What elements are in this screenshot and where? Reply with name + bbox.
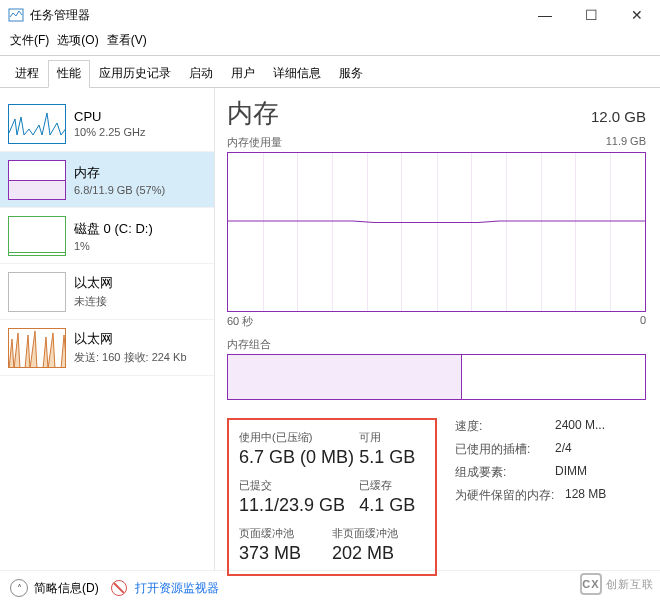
chart-title: 内存使用量 [227, 135, 282, 150]
spec-speed-k: 速度: [455, 418, 555, 435]
open-resmon-link[interactable]: 打开资源监视器 [135, 580, 219, 597]
tab-app-history[interactable]: 应用历史记录 [90, 60, 180, 88]
sidebar: CPU 10% 2.25 GHz 内存 6.8/11.9 GB (57%) 磁盘… [0, 88, 215, 570]
spec-slots-v: 2/4 [555, 441, 572, 458]
sidebar-eth0-title: 以太网 [74, 274, 113, 292]
memory-specs: 速度:2400 M... 已使用的插槽:2/4 组成要素:DIMM 为硬件保留的… [455, 418, 606, 576]
tab-strip: 进程 性能 应用历史记录 启动 用户 详细信息 服务 [0, 55, 660, 88]
sidebar-mem-title: 内存 [74, 164, 165, 182]
stat-cached-value: 4.1 GB [359, 495, 425, 516]
menu-view[interactable]: 查看(V) [105, 30, 149, 51]
spec-hw-v: 128 MB [565, 487, 606, 504]
sidebar-disk-title: 磁盘 0 (C: D:) [74, 220, 153, 238]
sidebar-item-disk[interactable]: 磁盘 0 (C: D:) 1% [0, 208, 214, 264]
sidebar-disk-sub: 1% [74, 240, 153, 252]
ethernet0-thumb [8, 272, 66, 312]
content: 内存 12.0 GB 内存使用量 11.9 GB 60 秒 0 [215, 88, 660, 570]
menubar: 文件(F) 选项(O) 查看(V) [0, 30, 660, 55]
watermark-text: 创新互联 [606, 577, 654, 592]
memory-stats-box: 使用中(已压缩) 6.7 GB (0 MB) 可用 5.1 GB 已提交 11.… [227, 418, 437, 576]
memory-capacity: 12.0 GB [591, 108, 646, 125]
spec-form-k: 组成要素: [455, 464, 555, 481]
tab-details[interactable]: 详细信息 [264, 60, 330, 88]
tab-services[interactable]: 服务 [330, 60, 372, 88]
taskmgr-icon [8, 7, 24, 23]
watermark: CX 创新互联 [580, 573, 654, 595]
stat-cached-label: 已缓存 [359, 478, 425, 493]
memory-thumb [8, 160, 66, 200]
stat-paged-value: 373 MB [239, 543, 332, 564]
stat-in-use-label: 使用中(已压缩) [239, 430, 359, 445]
spec-speed-v: 2400 M... [555, 418, 605, 435]
stat-committed-label: 已提交 [239, 478, 359, 493]
stat-nonpaged-value: 202 MB [332, 543, 425, 564]
memory-composition-chart [227, 354, 646, 400]
maximize-button[interactable]: ☐ [568, 0, 614, 30]
main: CPU 10% 2.25 GHz 内存 6.8/11.9 GB (57%) 磁盘… [0, 88, 660, 570]
menu-options[interactable]: 选项(O) [55, 30, 100, 51]
chart-x-left: 60 秒 [227, 314, 253, 329]
tab-performance[interactable]: 性能 [48, 60, 90, 88]
sidebar-item-ethernet-0[interactable]: 以太网 未连接 [0, 264, 214, 320]
window-title: 任务管理器 [30, 7, 90, 24]
stat-paged-label: 页面缓冲池 [239, 526, 332, 541]
sidebar-eth1-sub: 发送: 160 接收: 224 Kb [74, 350, 187, 365]
chart-ymax: 11.9 GB [606, 135, 646, 150]
composition-label: 内存组合 [227, 337, 646, 352]
sidebar-cpu-sub: 10% 2.25 GHz [74, 126, 146, 138]
sidebar-eth0-sub: 未连接 [74, 294, 113, 309]
menu-file[interactable]: 文件(F) [8, 30, 51, 51]
close-button[interactable]: ✕ [614, 0, 660, 30]
cpu-thumb [8, 104, 66, 144]
spec-hw-k: 为硬件保留的内存: [455, 487, 565, 504]
page-title: 内存 [227, 96, 279, 131]
sidebar-item-cpu[interactable]: CPU 10% 2.25 GHz [0, 96, 214, 152]
disk-thumb [8, 216, 66, 256]
stat-in-use-value: 6.7 GB (0 MB) [239, 447, 359, 468]
stat-available-value: 5.1 GB [359, 447, 425, 468]
fewer-details-link[interactable]: 简略信息(D) [34, 580, 99, 597]
spec-form-v: DIMM [555, 464, 587, 481]
memory-usage-chart [227, 152, 646, 312]
stat-nonpaged-label: 非页面缓冲池 [332, 526, 425, 541]
sidebar-cpu-title: CPU [74, 109, 146, 124]
titlebar: 任务管理器 — ☐ ✕ [0, 0, 660, 30]
stat-committed-value: 11.1/23.9 GB [239, 495, 359, 516]
tab-users[interactable]: 用户 [222, 60, 264, 88]
sidebar-mem-sub: 6.8/11.9 GB (57%) [74, 184, 165, 196]
sidebar-item-ethernet-1[interactable]: 以太网 发送: 160 接收: 224 Kb [0, 320, 214, 376]
spec-slots-k: 已使用的插槽: [455, 441, 555, 458]
resmon-icon [111, 580, 127, 596]
sidebar-eth1-title: 以太网 [74, 330, 187, 348]
tab-startup[interactable]: 启动 [180, 60, 222, 88]
watermark-logo: CX [580, 573, 602, 595]
ethernet1-thumb [8, 328, 66, 368]
tab-processes[interactable]: 进程 [6, 60, 48, 88]
sidebar-item-memory[interactable]: 内存 6.8/11.9 GB (57%) [0, 152, 214, 208]
chevron-up-icon[interactable]: ˄ [10, 579, 28, 597]
chart-x-right: 0 [640, 314, 646, 329]
minimize-button[interactable]: — [522, 0, 568, 30]
stat-available-label: 可用 [359, 430, 425, 445]
